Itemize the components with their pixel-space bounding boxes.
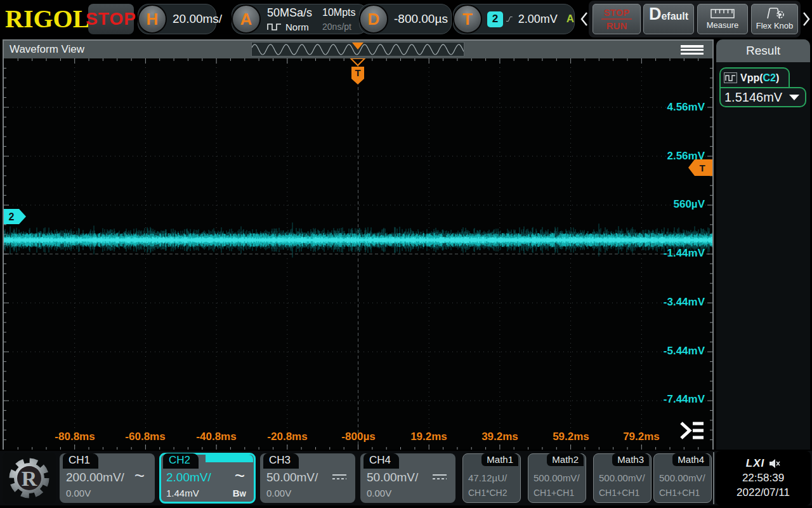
toolbar-scroll-left-icon[interactable] [580,11,589,27]
math2-expression: CH1+CH1 [534,488,574,498]
channel1-card[interactable]: CH1 200.00mV/ ~ 0.00V [60,453,155,503]
dc-coupling-icon [433,474,447,482]
delay-value: -800.00µs [394,12,448,26]
channel2-card[interactable]: CH2 2.00mV/ ~ 1.44mV BW [160,453,255,503]
acquisition-pill[interactable]: A 50MSa/s 10Mpts Norm 20ns/pt [232,4,369,34]
delay-knob-icon[interactable]: D [359,4,388,34]
math4-expression: CH1+CH1 [659,488,700,498]
math2-tab[interactable]: Math2 [547,453,584,466]
channel2-active-strip [206,455,253,462]
acquisition-info: 50MSa/s 10Mpts Norm 20ns/pt [267,6,356,32]
waveform-view-title: Waveform View [10,43,84,56]
menu-icon[interactable] [681,45,704,55]
channel2-scale: 2.00mV/ [166,471,211,485]
voltage-label: -7.44mV [664,392,705,406]
horizontal-scale-pill[interactable]: H 20.00ms/ [138,4,216,34]
acquire-mode: Norm [267,22,312,32]
math1-scale: 47.12µU/ [468,472,507,483]
channel1-scale: 200.00mV/ [66,471,124,485]
math1-card[interactable]: Math1 47.12µU/ CH1*CH2 [462,453,521,503]
channel1-tab[interactable]: CH1 [63,453,98,469]
math4-tab[interactable]: Math4 [672,453,709,466]
math1-tab[interactable]: Math1 [481,453,518,466]
ac-coupling-icon: ~ [235,466,245,486]
lxi-status: LXI [746,457,780,470]
math1-expression: CH1*CH2 [468,488,507,498]
grid-and-trace-canvas [4,58,712,450]
time-label: -20.8ms [267,431,307,443]
math2-card[interactable]: Math2 500.00mV/ CH1+CH1 [528,453,586,503]
channel3-scale: 50.00mV/ [266,471,318,485]
ac-coupling-icon: ~ [134,466,145,486]
rigol-logo: RIGOL [5,5,89,33]
expand-menu-icon[interactable] [679,421,705,440]
gear-logo-icon: R [8,457,50,499]
system-date: 2022/07/11 [737,486,790,499]
dc-coupling-icon [332,474,346,482]
channel3-tab[interactable]: CH3 [263,453,299,469]
lxi-logo: LXI [746,457,764,470]
math3-card[interactable]: Math3 500.00mV/ CH1+CH1 [593,453,652,503]
time-label: 59.2ms [553,431,589,443]
horizontal-scale-value: 20.00ms/ [173,12,222,26]
trigger-pill[interactable]: T 2 2.00mV A [453,4,575,34]
horizontal-knob-icon[interactable]: H [138,4,167,34]
voltage-label: 560µV [674,197,705,211]
rising-edge-icon [506,11,513,27]
bandwidth-limit-badge: BW [233,488,246,498]
toolbar-scroll-right-icon[interactable] [802,11,811,27]
status-clock-panel[interactable]: LXI 22:58:39 2022/07/11 [716,451,811,505]
quick-button-group: STOP RUN Default Measure Flex Knob [589,1,801,37]
voltage-label: -5.44mV [664,344,705,358]
measurement-card-value-row: 1.5146mV [719,87,806,107]
channel2-offset: 1.44mV [166,488,199,498]
result-panel: Result Vpp(C2) 1.5146mV [716,39,810,450]
svg-text:T: T [355,67,360,78]
rigol-gear-button[interactable]: R [3,453,56,504]
flex-knob-button[interactable]: Flex Knob [751,4,798,34]
acquire-knob-icon[interactable]: A [232,4,261,34]
ruler-icon [710,9,735,18]
delay-pill[interactable]: D -800.00µs [359,4,452,34]
time-label: 19.2ms [410,431,447,443]
bottombar-divider [713,452,714,504]
voltage-label: 4.56mV [667,100,705,114]
channel2-tab[interactable]: CH2 [163,453,199,469]
chevron-down-icon[interactable] [789,95,799,100]
math2-scale: 500.00mV/ [534,472,580,483]
svg-text:R: R [22,467,37,490]
trigger-level-marker[interactable]: T [688,159,712,176]
channel3-card[interactable]: CH3 50.00mV/ 0.00V [260,453,355,503]
time-label: -40.8ms [196,431,236,443]
measurement-card-label: Vpp(C2) [719,67,790,87]
svg-text:2: 2 [9,211,15,222]
default-button[interactable]: Default [643,4,694,34]
math4-scale: 500.00mV/ [659,472,705,483]
math4-card[interactable]: Math4 500.00mV/ CH1+CH1 [653,453,712,503]
stop-run-button[interactable]: STOP RUN [593,4,641,34]
waveform-overview-strip[interactable] [251,42,464,57]
trigger-position-marker[interactable]: T [350,58,366,86]
bottom-bar: R CH1 200.00mV/ ~ 0.00V CH2 2.00mV/ ~ 1.… [0,451,812,505]
overview-trigger-position-icon[interactable] [352,43,363,50]
channel4-offset: 0.00V [367,488,391,498]
measurement-source: C2 [763,72,776,83]
run-state-badge[interactable]: STOP [88,4,134,34]
time-label: -800µs [341,431,375,443]
time-label: -60.8ms [125,431,165,443]
channel2-ground-marker[interactable]: 2 [4,209,27,224]
time-resolution: 20ns/pt [322,22,355,32]
measure-button[interactable]: Measure [697,4,748,34]
memory-depth: 10Mpts [322,7,355,18]
math3-tab[interactable]: Math3 [612,453,649,466]
channel4-tab[interactable]: CH4 [363,453,399,469]
trigger-knob-icon[interactable]: T [453,4,482,34]
result-panel-title: Result [716,39,810,62]
waveform-grid[interactable]: 4.56mV 2.56mV 560µV -1.44mV -3.44mV -5.4… [4,58,712,450]
measurement-card-vpp[interactable]: Vpp(C2) 1.5146mV [719,67,806,107]
system-time: 22:58:39 [742,472,784,485]
vpp-measure-icon [724,72,737,83]
square-wave-icon [267,22,282,31]
sample-rate: 50MSa/s [267,6,312,20]
channel4-card[interactable]: CH4 50.00mV/ 0.00V [360,453,455,503]
